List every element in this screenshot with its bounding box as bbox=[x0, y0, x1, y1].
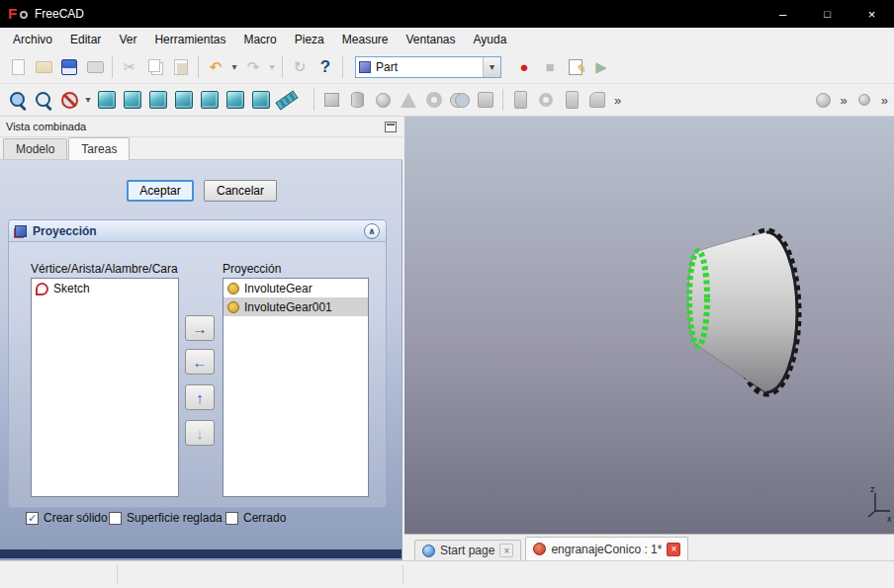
open-button[interactable] bbox=[31, 54, 56, 80]
source-listbox[interactable]: Sketch bbox=[31, 278, 179, 497]
close-button[interactable]: × bbox=[849, 0, 894, 28]
gear-icon bbox=[227, 301, 239, 313]
draw-style-dropdown[interactable]: ▾ bbox=[82, 87, 94, 113]
part-workbench-icon bbox=[359, 61, 371, 73]
toolbar-overflow-button[interactable]: » bbox=[837, 93, 851, 108]
undo-button[interactable]: ↶ bbox=[203, 54, 228, 80]
help-button[interactable]: ? bbox=[313, 54, 338, 80]
help-icon: ? bbox=[320, 58, 330, 75]
move-down-button[interactable]: ↓ bbox=[185, 420, 215, 446]
move-up-button[interactable]: ↑ bbox=[185, 384, 215, 410]
move-left-button[interactable]: ← bbox=[185, 349, 215, 375]
print-button[interactable] bbox=[82, 54, 108, 80]
shape-sphere-button[interactable] bbox=[811, 87, 837, 113]
list-item-sketch[interactable]: Sketch bbox=[32, 279, 178, 298]
join-features-button[interactable] bbox=[473, 87, 498, 113]
checkbox-cerrado[interactable]: Cerrado bbox=[225, 511, 286, 525]
workbench-selector[interactable]: Part ▾ bbox=[355, 56, 501, 78]
measure-button[interactable] bbox=[274, 87, 300, 113]
tab-engranajeconico[interactable]: engranajeConico : 1* × bbox=[525, 537, 688, 560]
extra-tool-button[interactable] bbox=[851, 87, 877, 113]
primitive-sphere-button[interactable] bbox=[370, 87, 396, 113]
close-tab-icon[interactable]: × bbox=[499, 544, 513, 557]
revolve-button[interactable] bbox=[533, 87, 559, 113]
menu-editar[interactable]: Editar bbox=[61, 30, 110, 49]
3d-scene: z x bbox=[404, 117, 894, 534]
macro-play-button[interactable]: ▶ bbox=[588, 54, 614, 80]
redo-dropdown[interactable]: ▾ bbox=[266, 54, 278, 80]
primitive-cylinder-button[interactable] bbox=[344, 87, 370, 113]
menu-herramientas[interactable]: Herramientas bbox=[145, 30, 234, 49]
3d-viewport[interactable]: z x bbox=[404, 117, 894, 534]
menu-ayuda[interactable]: Ayuda bbox=[465, 30, 516, 49]
copy-icon bbox=[148, 59, 160, 72]
record-icon: ● bbox=[519, 59, 528, 74]
view-left-button[interactable] bbox=[248, 87, 274, 113]
view-rear-button[interactable] bbox=[197, 87, 223, 113]
tab-start-page[interactable]: Start page × bbox=[414, 540, 521, 560]
cylinder-icon bbox=[351, 92, 364, 108]
new-document-button[interactable] bbox=[5, 54, 31, 80]
mirror-button[interactable] bbox=[559, 87, 584, 113]
maximize-button[interactable]: □ bbox=[805, 0, 849, 28]
menu-pieza[interactable]: Pieza bbox=[286, 30, 333, 49]
toolbar-separator bbox=[342, 56, 343, 78]
toolbar-overflow-button[interactable]: » bbox=[610, 93, 625, 108]
checkbox-box bbox=[109, 512, 122, 525]
boolean-button[interactable] bbox=[447, 87, 473, 113]
draw-style-button[interactable] bbox=[56, 87, 82, 113]
menu-measure[interactable]: Measure bbox=[333, 30, 398, 49]
cancel-button[interactable]: Cancelar bbox=[204, 180, 277, 202]
tab-modelo[interactable]: Modelo bbox=[3, 138, 67, 159]
projection-list-label: Proyección bbox=[223, 262, 281, 276]
accept-button[interactable]: Aceptar bbox=[127, 180, 194, 202]
redo-button[interactable]: ↷ bbox=[240, 54, 266, 80]
macro-record-button[interactable]: ● bbox=[511, 54, 537, 80]
menu-macro[interactable]: Macro bbox=[234, 30, 285, 49]
float-panel-icon[interactable] bbox=[385, 122, 397, 132]
primitive-torus-button[interactable] bbox=[421, 87, 447, 113]
view-top-button[interactable] bbox=[145, 87, 171, 113]
toolbar-overflow-button[interactable]: » bbox=[877, 93, 892, 108]
undo-icon: ↶ bbox=[210, 59, 223, 74]
fit-all-button[interactable] bbox=[5, 87, 31, 113]
close-tab-icon[interactable]: × bbox=[667, 543, 680, 556]
list-item-involutegear001[interactable]: InvoluteGear001 bbox=[224, 297, 368, 316]
undo-dropdown[interactable]: ▾ bbox=[228, 54, 240, 80]
menu-ventanas[interactable]: Ventanas bbox=[397, 30, 464, 49]
view-front-button[interactable] bbox=[120, 87, 145, 113]
document-tab-bar: Start page × engranajeConico : 1* × bbox=[404, 534, 894, 560]
checkbox-superficie-reglada[interactable]: Superficie reglada bbox=[109, 511, 223, 525]
projection-listbox[interactable]: InvoluteGear InvoluteGear001 bbox=[223, 278, 369, 497]
checkbox-crear-solido[interactable]: ✓ Crear sólido bbox=[26, 511, 108, 525]
macro-stop-button[interactable]: ■ bbox=[537, 54, 563, 80]
view-bottom-button[interactable] bbox=[223, 87, 248, 113]
cut-button[interactable]: ✂ bbox=[117, 54, 142, 80]
macro-edit-button[interactable]: ✎ bbox=[563, 54, 588, 80]
redo-icon: ↷ bbox=[247, 59, 260, 74]
move-right-button[interactable]: → bbox=[185, 315, 215, 341]
view-right-button[interactable] bbox=[171, 87, 197, 113]
extrude-button[interactable] bbox=[507, 87, 533, 113]
combo-view-header: Vista combinada bbox=[0, 117, 402, 137]
scissors-icon: ✂ bbox=[124, 59, 136, 74]
collapse-section-button[interactable]: ∧ bbox=[364, 223, 380, 239]
minimize-button[interactable]: – bbox=[760, 0, 805, 28]
primitive-box-button[interactable] bbox=[318, 87, 344, 113]
copy-button[interactable] bbox=[142, 54, 168, 80]
primitive-cone-button[interactable] bbox=[396, 87, 421, 113]
workbench-dropdown-button[interactable]: ▾ bbox=[483, 57, 500, 77]
menu-archivo[interactable]: Archivo bbox=[4, 30, 61, 49]
projection-section-header[interactable]: Proyección ∧ bbox=[9, 220, 386, 242]
fit-selection-button[interactable] bbox=[31, 87, 56, 113]
draw-style-icon bbox=[61, 92, 78, 109]
view-isometric-button[interactable] bbox=[94, 87, 120, 113]
save-button[interactable] bbox=[56, 54, 82, 80]
refresh-button[interactable]: ↻ bbox=[287, 54, 313, 80]
menu-ver[interactable]: Ver bbox=[110, 30, 145, 49]
paste-button[interactable] bbox=[168, 54, 194, 80]
source-list-label: Vértice/Arista/Alambre/Cara bbox=[31, 262, 178, 276]
fillet-button[interactable] bbox=[584, 87, 610, 113]
list-item-involutegear[interactable]: InvoluteGear bbox=[224, 279, 368, 297]
tab-tareas[interactable]: Tareas bbox=[68, 137, 130, 160]
